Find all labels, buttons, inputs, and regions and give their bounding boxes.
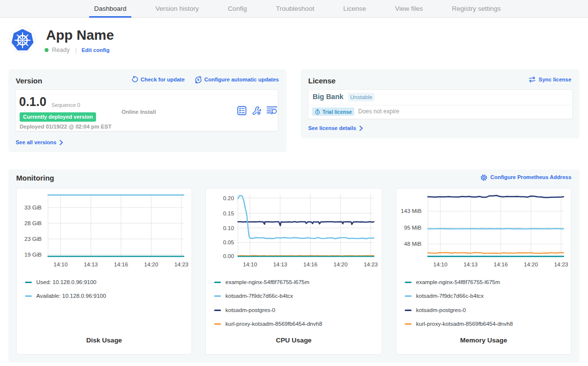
- svg-text:23 GiB: 23 GiB: [24, 236, 42, 242]
- svg-text:95 MiB: 95 MiB: [404, 225, 422, 231]
- svg-text:143 MiB: 143 MiB: [401, 208, 422, 214]
- svg-text:14:23: 14:23: [554, 261, 568, 267]
- svg-text:14:10: 14:10: [433, 261, 447, 267]
- svg-text:14:23: 14:23: [364, 261, 378, 267]
- svg-text:14:20: 14:20: [334, 261, 348, 267]
- svg-text:19 GiB: 19 GiB: [24, 252, 42, 258]
- svg-text:0.15: 0.15: [223, 210, 234, 216]
- svg-text:14:23: 14:23: [174, 261, 189, 267]
- svg-text:14:13: 14:13: [84, 261, 98, 267]
- svg-text:14:16: 14:16: [303, 261, 318, 267]
- svg-text:14:20: 14:20: [144, 261, 158, 267]
- svg-text:0.10: 0.10: [223, 225, 234, 231]
- svg-text:14:20: 14:20: [524, 261, 538, 267]
- svg-text:28 GiB: 28 GiB: [24, 220, 42, 226]
- svg-text:0.00: 0.00: [223, 253, 234, 259]
- svg-text:14:10: 14:10: [53, 261, 68, 267]
- svg-text:48 MiB: 48 MiB: [404, 241, 422, 247]
- svg-text:0.05: 0.05: [223, 239, 234, 245]
- svg-text:14:16: 14:16: [114, 261, 128, 267]
- svg-text:14:10: 14:10: [243, 261, 257, 267]
- svg-text:14:13: 14:13: [273, 261, 287, 267]
- svg-text:14:13: 14:13: [464, 261, 478, 267]
- svg-text:0.20: 0.20: [223, 195, 234, 201]
- svg-text:14:16: 14:16: [494, 261, 508, 267]
- svg-text:33 GiB: 33 GiB: [24, 205, 42, 210]
